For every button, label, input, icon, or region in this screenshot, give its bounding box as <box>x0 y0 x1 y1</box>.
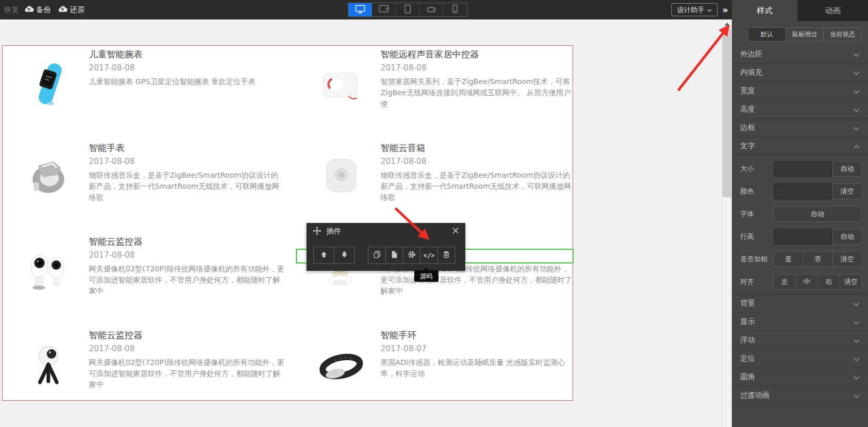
product-title: 智能云监控器 <box>89 236 284 247</box>
line-height-auto-button[interactable]: 自动 <box>832 229 862 245</box>
source-code-button[interactable]: </> <box>420 247 438 264</box>
section-height[interactable]: 高度 <box>732 100 868 119</box>
revert-button[interactable]: 还原 <box>58 0 85 19</box>
product-item[interactable]: 儿童智能腕表 2017-08-08 儿童智能腕表 GPS卫星定位智能腕表 童款定… <box>89 49 284 87</box>
state-tab-hover[interactable]: 鼠标滑过 <box>785 27 824 42</box>
collapse-panel-button[interactable]: » <box>722 0 728 19</box>
chevron-up-icon <box>853 142 860 150</box>
product-title: 儿童智能腕表 <box>89 49 284 59</box>
chevron-down-icon <box>853 318 860 326</box>
section-display[interactable]: 显示 <box>732 313 868 331</box>
product-title: 智能云监控器 <box>89 330 284 340</box>
chevron-down-icon <box>853 105 860 114</box>
device-tablet-landscape-button[interactable] <box>372 3 396 16</box>
state-tab-default[interactable]: 默认 <box>748 27 786 42</box>
align-center-button[interactable]: 中 <box>795 274 818 290</box>
product-date: 2017-08-08 <box>89 250 284 260</box>
section-position[interactable]: 定位 <box>732 350 868 368</box>
bold-clear-button[interactable]: 清空 <box>832 251 862 267</box>
canvas-scrollbar[interactable] <box>721 19 732 427</box>
font-color-input[interactable] <box>774 184 833 199</box>
product-desc: 智慧家居网关系列，基于ZigBee/SmartRoom技术，可将ZigBee无线… <box>381 76 573 109</box>
section-float[interactable]: 浮动 <box>732 331 868 350</box>
section-margin[interactable]: 外边距 <box>732 45 868 64</box>
backup-button[interactable]: 备份 <box>24 0 51 19</box>
copy-button[interactable] <box>368 247 386 264</box>
font-color-clear-button[interactable]: 清空 <box>832 184 862 199</box>
product-item[interactable]: 智能云音箱 2017-08-08 物联传感音乐盒，是基于ZigBee/Smart… <box>381 143 573 203</box>
tab-style[interactable]: 样式 <box>732 0 798 21</box>
chevron-down-icon <box>707 6 712 14</box>
design-assistant-button[interactable]: 设计助手 <box>671 3 718 16</box>
cloud-download-icon <box>58 5 67 14</box>
tab-animation[interactable]: 动画 <box>798 0 868 21</box>
center-label: 中 <box>803 277 810 287</box>
product-title: 智能手环 <box>381 330 573 340</box>
product-image-speaker[interactable] <box>316 155 366 199</box>
top-toolbar: 恢复 备份 还原 <box>0 0 732 19</box>
section-background-label: 背景 <box>740 299 755 308</box>
move-up-button[interactable] <box>313 247 334 264</box>
product-image-kids-watch[interactable] <box>24 62 75 106</box>
chevron-down-icon <box>853 50 860 58</box>
product-image-smart-watch[interactable] <box>24 155 75 199</box>
section-transition[interactable]: 过渡动画 <box>732 387 868 405</box>
design-canvas[interactable]: 儿童智能腕表 2017-08-08 儿童智能腕表 GPS卫星定位智能腕表 童款定… <box>0 19 721 427</box>
product-date: 2017-08-08 <box>381 63 573 73</box>
state-tab-current[interactable]: 当前状态 <box>823 27 862 42</box>
section-radius[interactable]: 圆角 <box>732 368 868 387</box>
product-item[interactable]: 智能云监控器 2017-08-08 网关摄像机02型(720P)除传统网络摄像机… <box>89 236 284 297</box>
product-image-gateway[interactable] <box>316 64 366 108</box>
chevron-down-icon <box>853 336 860 344</box>
restore-button[interactable]: 恢复 <box>4 0 19 19</box>
font-size-input[interactable] <box>774 161 833 177</box>
align-right-button[interactable]: 右 <box>818 274 840 290</box>
delete-button[interactable] <box>437 247 455 264</box>
tab-animation-label: 动画 <box>825 6 841 16</box>
product-item[interactable]: 智能云监控器 2017-08-08 网关摄像机02型(720P)除传统网络摄像机… <box>89 330 284 390</box>
section-padding[interactable]: 内填充 <box>732 64 868 82</box>
section-width[interactable]: 宽度 <box>732 82 868 100</box>
plugin-toolbar[interactable]: 插件 <box>307 223 465 271</box>
section-background[interactable]: 背景 <box>732 294 868 313</box>
plugin-toolbar-title: 插件 <box>326 227 341 236</box>
restore-label: 恢复 <box>4 5 19 15</box>
bold-no-button[interactable]: 否 <box>803 251 833 267</box>
product-item[interactable]: 智能手表 2017-08-08 物联传感音乐盒，是基于ZigBee/SmartR… <box>89 143 284 203</box>
scrollbar-up-arrow[interactable] <box>722 19 732 28</box>
section-float-label: 浮动 <box>740 336 755 345</box>
section-radius-label: 圆角 <box>740 372 755 382</box>
device-tablet-portrait-button[interactable] <box>396 3 420 16</box>
move-icon[interactable] <box>313 227 321 237</box>
product-item[interactable]: 智能远程声音家居中控器 2017-08-08 智慧家居网关系列，基于ZigBee… <box>381 49 573 109</box>
product-item[interactable]: 智能手环 2017-08-07 美国ADI传感器，检测运动及睡眠质量 光感版实时… <box>381 330 573 379</box>
device-phone-portrait-button[interactable] <box>443 3 467 16</box>
font-family-auto-button[interactable]: 自动 <box>773 206 862 222</box>
paste-button[interactable] <box>385 247 403 264</box>
product-image-dual-camera[interactable] <box>24 249 75 293</box>
section-border[interactable]: 边框 <box>732 119 868 137</box>
bold-yes-button[interactable]: 是 <box>773 251 803 267</box>
text-section-body: 大小 自动 颜色 清空 字体 自动 行高 <box>732 156 868 294</box>
section-position-label: 定位 <box>740 354 755 363</box>
style-panel: 样式 动画 默认 鼠标滑过 当前状态 外边距 内填充 宽度 高度 边框 <box>732 0 868 427</box>
close-icon[interactable] <box>452 227 459 236</box>
product-image-fitness-band[interactable] <box>316 342 366 387</box>
arrow-down-icon <box>340 250 349 261</box>
settings-button[interactable] <box>403 247 421 264</box>
line-height-input[interactable] <box>774 229 833 245</box>
auto-label: 自动 <box>811 209 824 219</box>
move-down-button[interactable] <box>334 247 355 264</box>
device-desktop-button[interactable] <box>349 3 372 16</box>
scrollbar-thumb[interactable] <box>722 29 731 197</box>
tablet-landscape-icon <box>379 5 389 15</box>
section-text[interactable]: 文字 <box>732 137 868 156</box>
align-clear-button[interactable]: 清空 <box>840 274 862 290</box>
arrow-up-icon <box>320 250 328 261</box>
device-phone-landscape-button[interactable] <box>420 3 443 16</box>
product-title: 智能远程声音家居中控器 <box>381 49 573 59</box>
product-list-module[interactable]: 儿童智能腕表 2017-08-08 儿童智能腕表 GPS卫星定位智能腕表 童款定… <box>2 45 573 401</box>
font-size-auto-button[interactable]: 自动 <box>832 161 862 177</box>
product-image-ball-camera[interactable] <box>24 342 75 387</box>
align-left-button[interactable]: 左 <box>773 274 796 290</box>
